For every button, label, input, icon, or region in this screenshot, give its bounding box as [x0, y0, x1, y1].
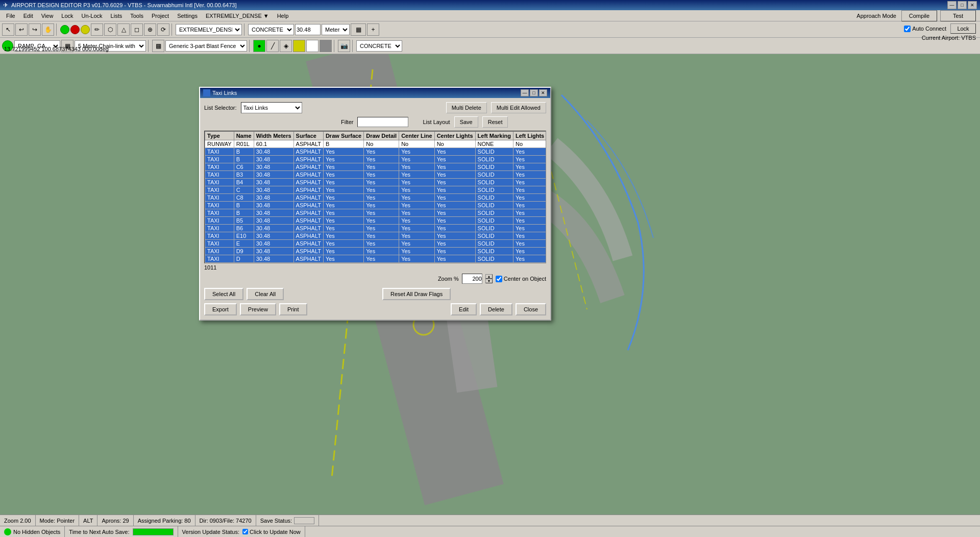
- col-center-lights[interactable]: Center Lights: [434, 132, 475, 140]
- col-width[interactable]: Width Meters: [254, 132, 293, 140]
- close-dialog-button[interactable]: Close: [516, 303, 546, 315]
- col-left-marking[interactable]: Left Marking: [475, 132, 513, 140]
- waypoint-btn[interactable]: ◈: [280, 40, 292, 52]
- draw-tool1[interactable]: ✏: [91, 23, 103, 36]
- list-selector-dropdown[interactable]: Taxi Links: [241, 102, 302, 113]
- dialog-close-btn[interactable]: ✕: [539, 89, 547, 96]
- table-row[interactable]: RUNWAYR01L60.1ASPHALTBNoNoNoNONENoNONEY: [205, 140, 547, 148]
- menu-edit[interactable]: Edit: [19, 12, 37, 20]
- center-on-object-checkbox[interactable]: [496, 276, 502, 282]
- col-left-lights[interactable]: Left Lights: [513, 132, 546, 140]
- reset-draw-flags-button[interactable]: Reset All Draw Flags: [382, 288, 451, 300]
- print-button[interactable]: Print: [279, 303, 307, 315]
- pan-tool[interactable]: ✋: [42, 23, 54, 36]
- multi-delete-button[interactable]: Multi Delete: [446, 102, 487, 113]
- circle-green-btn[interactable]: ●: [253, 40, 265, 52]
- dialog-restore-btn[interactable]: □: [530, 89, 538, 96]
- close-button[interactable]: ✕: [968, 1, 977, 9]
- draw-tool4[interactable]: ◻: [131, 23, 143, 36]
- table-row[interactable]: TAXIB530.48ASPHALTYesYesYesYesSOLIDYesSO…: [205, 217, 547, 225]
- col-draw-surface[interactable]: Draw Surface: [323, 132, 363, 140]
- col-center-line[interactable]: Center Line: [399, 132, 435, 140]
- blast-fence-dropdown[interactable]: Generic 3-part Blast Fence: [165, 40, 247, 52]
- menu-project[interactable]: Project: [148, 12, 173, 20]
- maximize-button[interactable]: □: [958, 1, 967, 9]
- table-row[interactable]: TAXIE1030.48ASPHALTYesYesYesYesSOLIDYesS…: [205, 232, 547, 240]
- pointer-tool[interactable]: ↖: [2, 23, 14, 36]
- export-button[interactable]: Export: [204, 303, 237, 315]
- surface-dropdown[interactable]: CONCRETE: [248, 24, 294, 35]
- unit-dropdown[interactable]: Meters: [322, 24, 350, 35]
- draw-tool6[interactable]: ⟳: [157, 23, 169, 36]
- draw-tool5[interactable]: ⊕: [144, 23, 156, 36]
- table-row[interactable]: TAXIC630.48ASPHALTYesYesYesYesSOLIDYesSO…: [205, 163, 547, 171]
- menu-settings[interactable]: Settings: [173, 12, 202, 20]
- draw-tool2[interactable]: ⬡: [104, 23, 116, 36]
- width-input[interactable]: [295, 24, 321, 35]
- col-surface[interactable]: Surface: [293, 132, 323, 140]
- density-dropdown[interactable]: EXTREMELY_DENSE: [176, 24, 242, 35]
- col-draw-detail[interactable]: Draw Detail: [364, 132, 399, 140]
- undo-tool[interactable]: ↩: [15, 23, 28, 36]
- yellow-sq-btn[interactable]: [293, 40, 305, 52]
- menu-tools[interactable]: Tools: [126, 12, 148, 20]
- table-row[interactable]: TAXIB30.48ASPHALTYesYesYesYesSOLIDYesSOL…: [205, 202, 547, 209]
- table-row[interactable]: TAXIC830.48ASPHALTYesYesYesYesSOLIDYesSO…: [205, 194, 547, 202]
- pattern-btn[interactable]: ▩: [152, 40, 164, 52]
- delete-button[interactable]: Delete: [480, 303, 512, 315]
- auto-connect-checkbox[interactable]: [904, 26, 911, 32]
- table-row[interactable]: TAXIB430.48ASPHALTYesYesYesYesSOLIDYesSO…: [205, 179, 547, 186]
- minimize-button[interactable]: —: [947, 1, 957, 9]
- center-on-object-label[interactable]: Center on Object: [496, 276, 546, 282]
- save-button[interactable]: Save: [454, 116, 478, 128]
- parking-status: Assigned Parking: 80: [134, 515, 195, 526]
- table-row[interactable]: TAXID930.48ASPHALTYesYesYesYesSOLIDYesSO…: [205, 248, 547, 255]
- gray-sq-btn[interactable]: [320, 40, 332, 52]
- table-row[interactable]: TAXIB630.48ASPHALTYesYesYesYesSOLIDYesSO…: [205, 225, 547, 232]
- menu-density[interactable]: EXTREMELY_DENSE ▼: [202, 12, 273, 20]
- click-update-checkbox[interactable]: [242, 529, 248, 534]
- white-sq-btn[interactable]: [306, 40, 318, 52]
- col-type[interactable]: Type: [205, 132, 234, 140]
- data-table-container[interactable]: Type Name Width Meters Surface Draw Surf…: [204, 131, 546, 263]
- compile-button[interactable]: Compile: [901, 10, 937, 21]
- surface2-dropdown[interactable]: CONCRETE: [356, 40, 402, 52]
- table-cell: 30.48: [254, 232, 293, 240]
- table-row[interactable]: TAXIB330.48ASPHALTYesYesYesYesSOLIDYesSO…: [205, 171, 547, 179]
- table-row[interactable]: TAXIB30.48ASPHALTYesYesYesYesSOLIDYesSOL…: [205, 209, 547, 217]
- camera-btn[interactable]: 📷: [338, 40, 350, 52]
- col-name[interactable]: Name: [234, 132, 254, 140]
- table-row[interactable]: TAXID30.48ASPHALTYesYesYesYesSOLIDYesSOL…: [205, 255, 547, 263]
- select-all-button[interactable]: Select All: [204, 288, 243, 300]
- plus-btn[interactable]: +: [367, 23, 379, 36]
- table-row[interactable]: TAXIE30.48ASPHALTYesYesYesYesSOLIDYesSOL…: [205, 240, 547, 248]
- filter-input[interactable]: [357, 117, 408, 127]
- menu-view[interactable]: View: [37, 12, 58, 20]
- menu-unlock[interactable]: Un-Lock: [78, 12, 107, 20]
- lock-button[interactable]: Lock: [950, 23, 976, 34]
- menu-help[interactable]: Help: [273, 12, 293, 20]
- test-button[interactable]: Test: [940, 10, 976, 21]
- table-row[interactable]: TAXIB30.48ASPHALTYesYesYesYesSOLIDYesSOL…: [205, 148, 547, 156]
- menu-lists[interactable]: Lists: [107, 12, 127, 20]
- menu-file[interactable]: File: [2, 12, 19, 20]
- grid-btn[interactable]: ▦: [351, 23, 366, 36]
- multi-edit-button[interactable]: Multi Edit Allowed: [491, 102, 546, 113]
- reset-button[interactable]: Reset: [482, 116, 508, 128]
- edit-button[interactable]: Edit: [451, 303, 477, 315]
- zoom-up-btn[interactable]: ▲: [485, 274, 493, 279]
- table-cell: ASPHALT: [293, 202, 323, 209]
- table-row[interactable]: TAXIB30.48ASPHALTYesYesYesYesSOLIDYesSOL…: [205, 156, 547, 163]
- zoom-down-btn[interactable]: ▼: [485, 279, 493, 283]
- auto-connect-label[interactable]: Auto Connect: [904, 26, 946, 32]
- dialog-minimize-btn[interactable]: —: [521, 89, 529, 96]
- line-btn[interactable]: ╱: [266, 40, 279, 52]
- draw-tool3[interactable]: △: [117, 23, 130, 36]
- zoom-input[interactable]: [462, 274, 482, 284]
- redo-tool[interactable]: ↪: [29, 23, 41, 36]
- menu-lock[interactable]: Lock: [57, 12, 77, 20]
- table-row[interactable]: TAXIC30.48ASPHALTYesYesYesYesSOLIDYesSOL…: [205, 186, 547, 194]
- click-update-label[interactable]: Click to Update Now: [242, 529, 301, 535]
- clear-all-button[interactable]: Clear All: [247, 288, 284, 300]
- preview-button[interactable]: Preview: [240, 303, 276, 315]
